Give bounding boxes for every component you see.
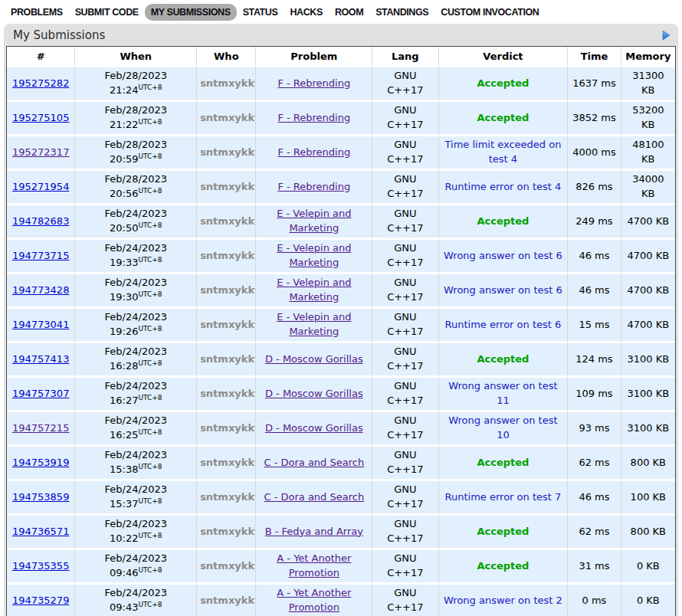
submission-date: Feb/24/2023 <box>78 241 193 256</box>
problem-link[interactable]: E - Velepin and Marketing <box>259 207 369 236</box>
submission-exec-time: 0 ms <box>568 585 621 616</box>
nav-tab-standings[interactable]: STANDINGS <box>369 4 434 21</box>
nav-tab-my-submissions[interactable]: MY SUBMISSIONS <box>145 4 237 21</box>
submission-lang: GNU C++17 <box>383 379 428 408</box>
timezone-label: UTC+8 <box>138 394 162 401</box>
submission-verdict: Accepted <box>477 456 529 470</box>
submission-lang: GNU C++17 <box>383 138 428 167</box>
submission-id-link[interactable]: 194773041 <box>12 319 69 330</box>
submission-date: Feb/24/2023 <box>78 586 193 601</box>
nav-tab-problems[interactable]: PROBLEMS <box>5 4 69 21</box>
submission-id-link[interactable]: 194773715 <box>12 250 69 261</box>
submission-id-link[interactable]: 194773428 <box>12 284 69 296</box>
nav-tab-custom-invocation[interactable]: CUSTOM INVOCATION <box>434 4 545 21</box>
submission-verdict: Runtime error on test 6 <box>445 318 562 333</box>
submission-author: sntmxykky <box>200 112 256 123</box>
submission-verdict: Accepted <box>477 215 529 229</box>
nav-tab-status[interactable]: STATUS <box>237 4 284 21</box>
problem-link[interactable]: F - Rebrending <box>277 146 350 160</box>
problem-link[interactable]: F - Rebrending <box>277 111 350 126</box>
when-cell: Feb/28/202321:22UTC+8 <box>75 102 197 136</box>
problem-link[interactable]: C - Dora and Search <box>264 490 364 505</box>
submission-id-link[interactable]: 195271954 <box>12 181 69 192</box>
table-row: 195271954 Feb/28/202320:56UTC+8 sntmxykk… <box>7 171 675 205</box>
expand-arrow-icon[interactable] <box>662 30 671 41</box>
submission-time: 09:43 <box>110 601 138 613</box>
problem-link[interactable]: F - Rebrending <box>277 180 350 195</box>
submission-date: Feb/28/2023 <box>78 172 193 187</box>
submission-memory: 0 KB <box>621 550 675 585</box>
submission-date: Feb/24/2023 <box>78 414 193 428</box>
submission-id-link[interactable]: 194757215 <box>12 422 69 434</box>
when-cell: Feb/24/202316:28UTC+8 <box>75 343 197 378</box>
submission-memory: 4700 KB <box>621 205 675 240</box>
when-cell: Feb/24/202319:33UTC+8 <box>75 240 197 274</box>
submission-time: 21:22 <box>110 119 138 130</box>
submission-id-link[interactable]: 194736571 <box>12 526 69 537</box>
submission-verdict: Wrong answer on test 2 <box>444 594 562 608</box>
submission-id-link[interactable]: 194757413 <box>12 353 69 365</box>
problem-link[interactable]: F - Rebrending <box>277 77 350 91</box>
contest-nav: PROBLEMS SUBMIT CODE MY SUBMISSIONS STAT… <box>0 0 682 24</box>
nav-tab-hacks[interactable]: HACKS <box>284 4 328 21</box>
nav-tab-submit-code[interactable]: SUBMIT CODE <box>69 4 145 21</box>
nav-tab-room[interactable]: ROOM <box>329 4 369 21</box>
submission-author: sntmxykky <box>200 181 256 192</box>
problem-link[interactable]: D - Moscow Gorillas <box>265 387 363 401</box>
problem-link[interactable]: B - Fedya and Array <box>265 525 363 539</box>
problem-link[interactable]: E - Velepin and Marketing <box>259 310 369 339</box>
submission-date: Feb/28/2023 <box>78 69 193 84</box>
submission-author: sntmxykky <box>200 526 256 537</box>
header-time: Time <box>568 47 621 67</box>
submission-author: sntmxykky <box>200 422 256 434</box>
problem-link[interactable]: A - Yet Another Promotion <box>259 552 369 581</box>
submission-verdict: Accepted <box>477 352 529 367</box>
problem-link[interactable]: E - Velepin and Marketing <box>259 276 369 305</box>
submission-memory: 0 KB <box>621 585 675 616</box>
submission-time: 19:26 <box>110 326 138 337</box>
timezone-label: UTC+8 <box>138 187 162 195</box>
submission-lang: GNU C++17 <box>383 414 428 443</box>
header-memory: Memory <box>621 47 675 67</box>
submission-author: sntmxykky <box>200 215 256 227</box>
submission-memory: 800 KB <box>621 447 675 481</box>
submission-id-link[interactable]: 195275282 <box>12 77 69 89</box>
submission-id-link[interactable]: 194757307 <box>12 388 69 399</box>
submission-id-link[interactable]: 194735355 <box>12 560 69 572</box>
table-header-row: # When Who Problem Lang Verdict Time Mem… <box>7 47 675 67</box>
header-who: Who <box>197 47 256 67</box>
submission-id-link[interactable]: 194782683 <box>12 215 69 227</box>
table-row: 194735279 Feb/24/202309:43UTC+8 sntmxykk… <box>7 585 675 616</box>
submission-exec-time: 15 ms <box>568 309 621 343</box>
problem-link[interactable]: D - Moscow Gorillas <box>265 352 363 367</box>
when-cell: Feb/24/202309:46UTC+8 <box>75 550 197 585</box>
panel-title: My Submissions <box>13 28 105 42</box>
submission-verdict: Wrong answer on test 6 <box>444 249 562 264</box>
table-row: 194782683 Feb/24/202320:50UTC+8 sntmxykk… <box>7 205 675 240</box>
submission-exec-time: 62 ms <box>568 516 621 550</box>
submission-lang: GNU C++17 <box>383 276 428 305</box>
submission-exec-time: 4000 ms <box>568 136 621 171</box>
submission-date: Feb/24/2023 <box>78 276 193 290</box>
submission-lang: GNU C++17 <box>383 207 428 236</box>
submission-date: Feb/24/2023 <box>78 552 193 566</box>
timezone-label: UTC+8 <box>138 118 162 126</box>
submission-exec-time: 93 ms <box>568 412 621 447</box>
timezone-label: UTC+8 <box>138 601 162 608</box>
problem-link[interactable]: D - Moscow Gorillas <box>265 421 363 436</box>
submission-lang: GNU C++17 <box>383 241 428 270</box>
problem-link[interactable]: A - Yet Another Promotion <box>259 586 369 615</box>
submission-id-link[interactable]: 194753859 <box>12 491 69 503</box>
submission-id-link[interactable]: 194735279 <box>12 595 69 606</box>
submission-time: 16:27 <box>110 395 138 406</box>
submission-lang: GNU C++17 <box>383 586 428 615</box>
submission-id-link[interactable]: 195272317 <box>12 146 69 158</box>
problem-link[interactable]: C - Dora and Search <box>264 456 364 470</box>
table-row: 194753919 Feb/24/202315:38UTC+8 sntmxykk… <box>7 447 675 481</box>
problem-link[interactable]: E - Velepin and Marketing <box>259 241 369 270</box>
submission-verdict: Accepted <box>477 525 529 539</box>
submission-id-link[interactable]: 194753919 <box>12 457 69 468</box>
submission-id-link[interactable]: 195275105 <box>12 112 69 123</box>
submission-time: 15:38 <box>110 464 138 475</box>
timezone-label: UTC+8 <box>138 497 162 505</box>
